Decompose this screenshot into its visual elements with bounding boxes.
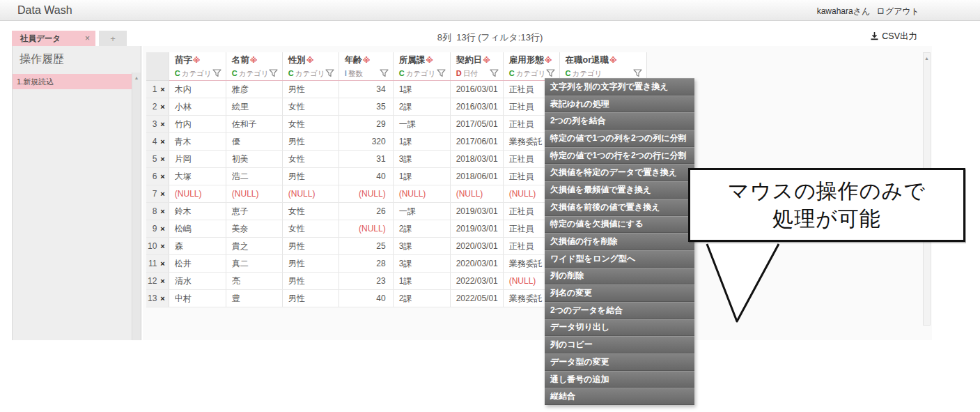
app-title: Data Wash [17,4,72,17]
row-header-cell: 12× [146,273,169,290]
table-cell: 34 [339,81,393,98]
table-cell: 女性 [282,151,339,168]
context-menu-item[interactable]: 縦結合 [545,388,694,405]
table-cell: 森 [169,238,226,255]
row-number: 5 [153,154,157,164]
column-header-雇用形態[interactable]: 雇用形態※Cカテゴリ [503,52,559,81]
context-menu-item[interactable]: ワイド型をロング型へ [545,250,694,268]
context-menu-item[interactable]: データ切り出し [545,319,694,337]
tab-label: 社員データ [20,33,61,44]
table-cell: 2課 [393,220,450,238]
table-cell: 青木 [169,133,226,151]
delete-row-button[interactable]: × [160,277,164,285]
table-cell: (NULL) [282,185,339,203]
tab-label: + [110,33,116,44]
column-header-契約日[interactable]: 契約日※D日付 [450,52,503,81]
context-menu-item[interactable]: 特定の値で1つの列を2つの列に分割 [545,130,694,147]
tab-bar: 社員データ×+ [12,31,127,46]
delete-row-button[interactable]: × [160,224,164,233]
context-menu-item[interactable]: 特定の値で1つの行を2つの行に分割 [545,147,694,165]
column-header-年齢[interactable]: 年齢※I整数 [339,52,393,81]
callout-bubble: マウスの操作のみで 処理が可能 [688,168,965,242]
row-header-cell: 4× [146,133,169,151]
table-cell: 小林 [169,98,226,116]
history-list: 1.新規読込 [13,74,141,89]
sidebar-title: 操作履歴 [13,46,141,74]
context-menu-item[interactable]: 欠損値の行を削除 [545,233,694,250]
column-header-苗字[interactable]: 苗字※Cカテゴリ [169,52,226,81]
table-cell: 片岡 [169,151,226,168]
delete-row-button[interactable]: × [160,190,164,198]
context-menu-item[interactable]: 列の削除 [545,268,694,285]
logout-link[interactable]: ログアウト [877,6,919,16]
delete-row-button[interactable]: × [160,294,164,303]
context-menu-item[interactable]: 欠損値を特定のデータで置き換え [545,164,694,181]
table-cell: 2018/03/01 [450,151,503,168]
context-menu-item[interactable]: 欠損値を前後の値で置き換え [545,199,694,216]
table-cell: 2019/03/01 [450,220,503,238]
column-header-在職or退職[interactable]: 在職or退職※Cカテゴリ [559,52,646,81]
delete-row-button[interactable]: × [160,85,164,93]
scroll-up-icon[interactable]: ▲ [132,73,141,82]
csv-export-button[interactable]: CSV出力 [870,31,917,43]
row-header-cell: 1× [146,81,169,98]
tab-close-icon[interactable]: × [85,33,90,43]
table-cell: 2018/06/01 [450,168,503,185]
delete-row-button[interactable]: × [160,120,164,128]
delete-row-button[interactable]: × [160,172,164,181]
context-menu-item[interactable]: 列名の変更 [545,284,694,302]
row-number: 12 [148,276,157,286]
history-item[interactable]: 1.新規読込 [13,74,132,89]
delete-row-button[interactable]: × [160,242,164,250]
filter-icon[interactable] [490,68,499,80]
top-bar: Data Wash kawaharaさん ログアウト [0,0,980,21]
delete-row-button[interactable]: × [160,207,164,215]
column-header-名前[interactable]: 名前※Cカテゴリ [226,52,282,81]
table-cell: 雅彦 [226,81,282,98]
context-menu-item[interactable]: 列のコピー [545,336,694,353]
table-cell: 中村 [169,290,226,307]
context-menu-item[interactable]: 2つの列を結合 [545,112,694,130]
table-cell: 大塚 [169,168,226,185]
table-cell: 男性 [282,168,339,185]
context-menu-item[interactable]: 表記ゆれの処理 [545,96,694,113]
table-cell: 29 [339,116,393,133]
filter-icon[interactable] [380,68,389,80]
context-menu-item[interactable]: 2つのデータを結合 [545,302,694,319]
filter-icon[interactable] [437,68,446,80]
context-menu-item[interactable]: データ型の変更 [545,353,694,371]
filter-icon[interactable] [269,68,278,80]
table-cell: (NULL) [339,185,393,203]
column-type: Cカテゴリ [399,68,446,80]
filter-icon[interactable] [212,68,221,80]
table-cell: 清水 [169,273,226,290]
scroll-up-icon[interactable]: ▲ [924,53,930,62]
table-cell: 恵子 [226,203,282,220]
delete-row-button[interactable]: × [160,137,164,146]
context-menu-item[interactable]: 文字列を別の文字列で置き換え [545,78,694,96]
delete-row-button[interactable]: × [160,155,164,163]
tab-employee-data[interactable]: 社員データ× [12,31,95,46]
filter-icon[interactable] [325,68,334,80]
table-cell: 松嶋 [169,220,226,238]
sidebar-scrollbar[interactable]: ▲ [132,73,141,340]
new-tab-button[interactable]: + [99,31,127,46]
column-header-所属課[interactable]: 所属課※Cカテゴリ [393,52,450,81]
table-cell: 1課 [393,133,450,151]
context-menu-item[interactable]: 欠損値を最頻値で置き換え [545,181,694,199]
required-mark: ※ [363,56,371,64]
context-menu-item[interactable]: 通し番号の追加 [545,371,694,388]
row-number: 6 [153,171,157,181]
table-cell: 男性 [282,81,339,98]
table-cell: 女性 [282,98,339,116]
column-header-性別[interactable]: 性別※Cカテゴリ [282,52,339,81]
table-cell: 女性 [282,220,339,238]
row-number: 13 [148,293,157,303]
row-header-cell: 13× [146,290,169,307]
row-number: 4 [153,137,157,146]
delete-row-button[interactable]: × [160,259,164,268]
context-menu-item[interactable]: 特定の値を欠損値にする [545,216,694,234]
table-cell: 初美 [226,151,282,168]
table-cell: 1課 [393,168,450,185]
delete-row-button[interactable]: × [160,102,164,111]
